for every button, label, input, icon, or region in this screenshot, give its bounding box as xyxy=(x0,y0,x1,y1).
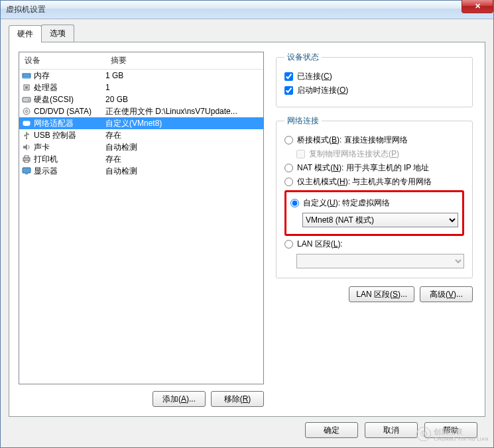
tab-hardware[interactable]: 硬件 xyxy=(9,25,42,42)
printer-icon xyxy=(21,155,32,163)
cd-icon xyxy=(21,107,32,115)
connect-on-start-row: 启动时连接(O) xyxy=(284,85,464,96)
device-summary: 自动检测 xyxy=(105,166,262,177)
tab-strip: 硬件 选项 xyxy=(9,25,485,42)
lan-label: LAN 区段(L): xyxy=(297,239,343,250)
usb-icon xyxy=(21,131,32,139)
nat-row: NAT 模式(N): 用于共享主机的 IP 地址 xyxy=(284,162,464,174)
hostonly-radio[interactable] xyxy=(284,178,293,186)
add-button[interactable]: 添加(A)... xyxy=(153,391,206,407)
custom-select-wrap: VMnet8 (NAT 模式) xyxy=(302,213,458,227)
svg-rect-14 xyxy=(23,168,31,173)
header-summary[interactable]: 摘要 xyxy=(105,52,263,69)
cancel-button[interactable]: 取消 xyxy=(365,422,418,438)
nat-label: NAT 模式(N): 用于共享主机的 IP 地址 xyxy=(297,162,429,174)
network-legend: 网络连接 xyxy=(284,115,322,127)
svg-rect-12 xyxy=(25,156,29,158)
right-button-row: LAN 区段(S)... 高级(V)... xyxy=(276,286,473,302)
tab-options[interactable]: 选项 xyxy=(41,25,74,42)
device-list: 设备 摘要 内存 1 GB xyxy=(19,52,264,384)
svg-rect-0 xyxy=(23,74,31,78)
list-body: 内存 1 GB 处理器 1 xyxy=(19,70,263,384)
list-item-memory[interactable]: 内存 1 GB xyxy=(19,70,263,82)
nat-radio[interactable] xyxy=(284,164,293,172)
device-label: 打印机 xyxy=(32,154,105,165)
list-item-display[interactable]: 显示器 自动检测 xyxy=(19,165,263,177)
lan-segments-label: LAN 区段(S)... xyxy=(356,290,407,299)
ok-button[interactable]: 确定 xyxy=(305,422,358,438)
custom-label: 自定义(U): 特定虚拟网络 xyxy=(303,197,390,209)
custom-vmnet-select[interactable]: VMnet8 (NAT 模式) xyxy=(302,213,458,227)
list-item-sound[interactable]: 声卡 自动检测 xyxy=(19,141,263,153)
device-status-legend: 设备状态 xyxy=(284,52,322,63)
list-item-disk[interactable]: 硬盘(SCSI) 20 GB xyxy=(19,93,263,105)
bridged-row: 桥接模式(B): 直接连接物理网络 xyxy=(284,135,464,146)
svg-rect-3 xyxy=(25,86,28,89)
advanced-button[interactable]: 高级(V)... xyxy=(420,286,473,302)
left-button-row: 添加(A)... 移除(R) xyxy=(19,391,264,407)
connected-row: 已连接(C) xyxy=(284,71,464,82)
device-summary: 正在使用文件 D:\Linux\nsV7Update... xyxy=(105,106,262,117)
svg-point-10 xyxy=(26,138,27,139)
remove-button-label: 移除(R) xyxy=(224,394,251,404)
svg-rect-13 xyxy=(25,160,29,162)
svg-point-7 xyxy=(26,111,28,113)
list-item-usb[interactable]: USB 控制器 存在 xyxy=(19,129,263,141)
add-button-label: 添加(A)... xyxy=(162,394,196,404)
lan-row: LAN 区段(L): xyxy=(284,239,464,250)
device-summary: 1 xyxy=(105,83,262,92)
hostonly-row: 仅主机模式(H): 与主机共享的专用网络 xyxy=(284,176,464,188)
device-label: 声卡 xyxy=(32,142,105,153)
replicate-row: 复制物理网络连接状态(P) xyxy=(296,148,464,160)
right-column: 设备状态 已连接(C) 启动时连接(O) 网络连接 桥接模式(B): 直接连接物 xyxy=(273,52,475,407)
display-icon xyxy=(21,167,32,175)
device-summary: 自动检测 xyxy=(105,142,262,153)
remove-button[interactable]: 移除(R) xyxy=(211,391,264,407)
window-title: 虚拟机设置 xyxy=(6,4,46,15)
dialog-content: 硬件 选项 设备 摘要 内存 xyxy=(1,19,493,447)
device-label: USB 控制器 xyxy=(32,130,105,141)
connected-label: 已连接(C) xyxy=(297,71,332,82)
ok-label: 确定 xyxy=(324,425,340,435)
cpu-icon xyxy=(21,84,32,91)
lan-segments-button[interactable]: LAN 区段(S)... xyxy=(349,286,414,302)
memory-icon xyxy=(21,72,32,80)
svg-rect-4 xyxy=(23,97,31,102)
header-device[interactable]: 设备 xyxy=(19,52,105,69)
device-label: 硬盘(SCSI) xyxy=(32,94,105,105)
list-item-network[interactable]: 网络适配器 自定义(VMnet8) xyxy=(19,117,263,129)
replicate-label: 复制物理网络连接状态(P) xyxy=(309,148,399,160)
svg-rect-8 xyxy=(23,121,30,125)
custom-radio[interactable] xyxy=(290,199,299,207)
device-label: 网络适配器 xyxy=(32,118,105,129)
list-header: 设备 摘要 xyxy=(19,52,263,70)
connect-on-start-checkbox[interactable] xyxy=(284,86,293,95)
help-button[interactable]: 帮助 xyxy=(424,422,477,438)
list-item-printer[interactable]: 打印机 存在 xyxy=(19,153,263,165)
disk-icon xyxy=(21,95,32,103)
network-icon xyxy=(21,119,32,127)
device-summary: 存在 xyxy=(105,130,262,141)
list-item-cpu[interactable]: 处理器 1 xyxy=(19,82,263,93)
custom-row: 自定义(U): 特定虚拟网络 xyxy=(290,197,458,209)
list-item-cd[interactable]: CD/DVD (SATA) 正在使用文件 D:\Linux\nsV7Update… xyxy=(19,105,263,117)
left-column: 设备 摘要 内存 1 GB xyxy=(19,52,264,407)
device-status-group: 设备状态 已连接(C) 启动时连接(O) xyxy=(276,52,473,107)
replicate-checkbox xyxy=(296,150,305,158)
svg-point-5 xyxy=(28,99,29,101)
network-connection-group: 网络连接 桥接模式(B): 直接连接物理网络 复制物理网络连接状态(P) NAT… xyxy=(276,115,473,278)
advanced-label: 高级(V)... xyxy=(430,290,463,299)
device-label: 显示器 xyxy=(32,166,105,177)
device-summary: 存在 xyxy=(105,154,262,165)
connected-checkbox[interactable] xyxy=(284,72,293,81)
device-summary: 自定义(VMnet8) xyxy=(105,118,262,129)
dialog-window: 虚拟机设置 ✕ 硬件 选项 设备 摘要 xyxy=(0,0,494,448)
close-button[interactable]: ✕ xyxy=(462,0,493,13)
bridged-radio[interactable] xyxy=(284,136,293,144)
sound-icon xyxy=(21,143,32,151)
lan-select-wrap xyxy=(296,254,464,268)
lan-radio[interactable] xyxy=(284,240,293,249)
lan-segment-select xyxy=(296,254,464,268)
device-label: 处理器 xyxy=(32,82,105,93)
hostonly-label: 仅主机模式(H): 与主机共享的专用网络 xyxy=(297,176,432,188)
